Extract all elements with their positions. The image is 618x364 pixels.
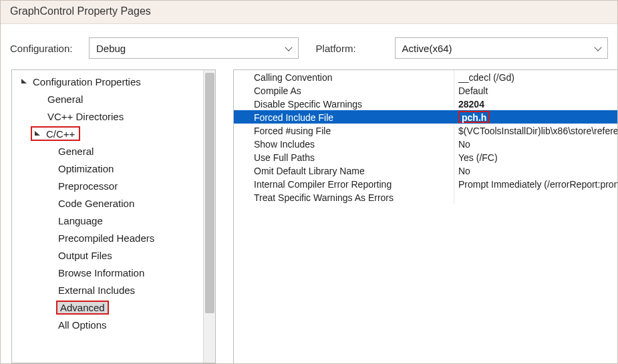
tree-item-label: C/C++ <box>44 128 77 140</box>
grid-row[interactable]: Forced #using File$(VCToolsInstallDir)li… <box>234 124 617 137</box>
tree-item[interactable]: External Includes <box>15 281 203 299</box>
expander-spacer <box>44 285 55 295</box>
platform-label: Platform: <box>316 43 388 54</box>
grid-cell-value: No <box>454 137 617 150</box>
grid-row[interactable]: Omit Default Library NameNo <box>234 164 617 177</box>
grid-cell-name: Treat Specific Warnings As Errors <box>234 190 454 204</box>
tree-scrollbar[interactable] <box>203 70 215 363</box>
tree-item-label: Advanced <box>56 301 109 315</box>
tree[interactable]: Configuration Properties General VC++ Di… <box>12 70 203 363</box>
grid-cell-name: Forced #using File <box>234 124 454 137</box>
tree-item-label: General <box>56 145 96 158</box>
expander-icon[interactable] <box>32 128 43 139</box>
tree-item-ccpp[interactable]: C/C++ <box>15 125 203 142</box>
tree-item[interactable]: Code Generation <box>15 194 203 212</box>
tree-item-general[interactable]: General <box>15 90 203 108</box>
expander-spacer <box>44 319 55 330</box>
tree-item[interactable]: Browse Information <box>15 264 203 281</box>
grid-cell-value: No <box>454 164 617 177</box>
grid-cell-value[interactable]: pch.h <box>454 110 617 124</box>
grid-cell-value <box>454 190 617 204</box>
highlight-box: C/C++ <box>31 126 80 141</box>
property-grid-panel: Calling Convention__cdecl (/Gd)Compile A… <box>233 69 617 363</box>
tree-item-label: VC++ Directories <box>45 110 126 123</box>
main-area: Configuration Properties General VC++ Di… <box>1 68 617 363</box>
config-bar: Configuration: Debug Platform: Active(x6… <box>1 24 617 68</box>
grid-cell-name: Show Includes <box>234 137 454 150</box>
tree-item[interactable]: Output Files <box>15 246 203 264</box>
tree-item-label: All Options <box>56 319 109 331</box>
tree-item-label: External Includes <box>56 284 137 297</box>
tree-item-label: Preprocessor <box>56 180 120 192</box>
grid-row[interactable]: Use Full PathsYes (/FC) <box>234 150 617 164</box>
tree-item-label: Precompiled Headers <box>56 232 156 244</box>
grid-value-text: No <box>458 139 470 150</box>
grid-value-text: 28204 <box>458 99 484 110</box>
tree-root[interactable]: Configuration Properties <box>15 73 203 90</box>
tree-item-label: Code Generation <box>56 197 136 210</box>
grid-cell-name: Calling Convention <box>234 70 454 83</box>
grid-row[interactable]: Forced Include Filepch.h <box>234 110 617 124</box>
configuration-label: Configuration: <box>10 43 82 54</box>
expander-spacer <box>44 198 55 208</box>
platform-value: Active(x64) <box>402 43 452 54</box>
tree-panel: Configuration Properties General VC++ Di… <box>11 69 216 363</box>
grid-cell-name: Forced Include File <box>234 110 454 124</box>
expander-spacer <box>44 215 55 226</box>
grid-row[interactable]: Show IncludesNo <box>234 137 617 150</box>
chevron-down-icon <box>286 45 293 51</box>
grid-row[interactable]: Treat Specific Warnings As Errors <box>234 190 617 204</box>
grid-row[interactable]: Calling Convention__cdecl (/Gd) <box>234 70 617 83</box>
property-pages-dialog: GraphControl Property Pages Configuratio… <box>0 0 618 364</box>
expander-spacer <box>44 163 55 174</box>
tree-item[interactable]: All Options <box>15 316 203 333</box>
grid-row[interactable]: Compile AsDefault <box>234 83 617 97</box>
tree-item[interactable]: Language <box>15 212 203 229</box>
grid-cell-value: $(VCToolsInstallDir)lib\x86\store\refere… <box>454 124 617 137</box>
grid-value-text: No <box>458 166 470 176</box>
expander-spacer <box>44 180 55 191</box>
property-grid[interactable]: Calling Convention__cdecl (/Gd)Compile A… <box>234 70 617 204</box>
expander-spacer <box>33 94 44 104</box>
grid-value-text: Prompt Immediately (/errorReport:prompt) <box>458 179 617 190</box>
expander-spacer <box>44 146 55 156</box>
window-title: GraphControl Property Pages <box>1 1 617 24</box>
grid-cell-value: Default <box>454 83 617 97</box>
grid-row[interactable]: Disable Specific Warnings28204 <box>234 97 617 110</box>
chevron-down-icon <box>595 45 602 51</box>
configuration-dropdown[interactable]: Debug <box>89 37 299 59</box>
grid-value-text: Yes (/FC) <box>458 152 498 163</box>
expander-spacer <box>44 250 55 260</box>
tree-item[interactable]: General <box>15 142 203 160</box>
tree-item-label: General <box>45 93 85 106</box>
grid-cell-value: __cdecl (/Gd) <box>454 70 617 83</box>
tree-item-label: Optimization <box>56 162 116 175</box>
expander-spacer <box>33 111 44 122</box>
grid-cell-name: Disable Specific Warnings <box>234 97 454 110</box>
tree-item-label: Browse Information <box>56 266 146 279</box>
grid-cell-value: Prompt Immediately (/errorReport:prompt) <box>454 177 617 190</box>
platform-dropdown[interactable]: Active(x64) <box>395 37 608 59</box>
tree-item[interactable]: Advanced <box>15 299 203 316</box>
grid-value-text: Default <box>458 85 488 96</box>
grid-cell-name: Omit Default Library Name <box>234 164 454 177</box>
tree-item[interactable]: Optimization <box>15 160 203 177</box>
grid-cell-name: Internal Compiler Error Reporting <box>234 177 454 190</box>
tree-item[interactable]: Precompiled Headers <box>15 229 203 246</box>
expander-spacer <box>44 232 55 243</box>
configuration-value: Debug <box>96 43 126 54</box>
tree-item[interactable]: Preprocessor <box>15 177 203 194</box>
tree-item-vcdirs[interactable]: VC++ Directories <box>15 108 203 125</box>
grid-cell-value: Yes (/FC) <box>454 150 617 164</box>
expander-icon[interactable] <box>19 76 29 87</box>
scrollbar-thumb[interactable] <box>205 73 214 313</box>
grid-cell-name: Compile As <box>234 83 454 97</box>
grid-cell-value: 28204 <box>454 97 617 110</box>
grid-value-text: __cdecl (/Gd) <box>458 72 514 83</box>
grid-row[interactable]: Internal Compiler Error ReportingPrompt … <box>234 177 617 190</box>
grid-cell-name: Use Full Paths <box>234 150 454 164</box>
tree-item-label: Output Files <box>56 249 114 262</box>
grid-value-text: $(VCToolsInstallDir)lib\x86\store\refere… <box>458 126 617 136</box>
tree-item-label: Language <box>56 214 105 227</box>
expander-spacer <box>44 302 55 313</box>
